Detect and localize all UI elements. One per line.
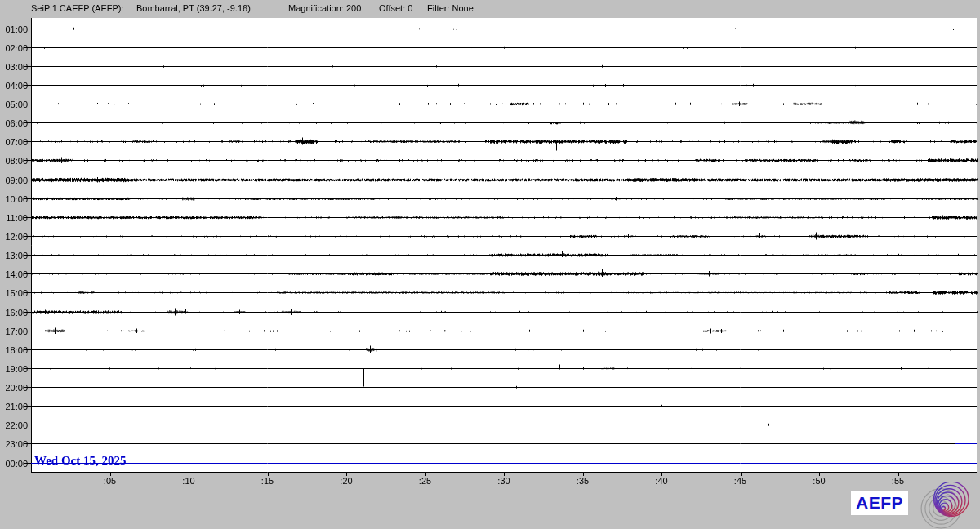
minute-label: :40 (655, 476, 667, 486)
hour-label: 13:00 (0, 251, 28, 260)
hour-label: 00:00 (0, 459, 28, 469)
offset-readout: Offset: 0 (379, 3, 412, 13)
minute-label: :10 (182, 476, 194, 486)
helicorder-window: SeiPi1 CAEFP (AEFP): Bombarral, PT (39.2… (0, 0, 980, 529)
minute-label: :30 (497, 476, 510, 486)
aefp-logo-label: AEFP (856, 493, 903, 513)
date-label: Wed Oct 15, 2025 (34, 454, 127, 467)
hour-label: 07:00 (0, 137, 28, 147)
hour-label: 18:00 (0, 345, 28, 355)
seismogram-plot-area[interactable] (0, 0, 980, 529)
hour-label: 19:00 (0, 364, 28, 374)
filter-readout: Filter: None (427, 3, 474, 13)
hour-label: 22:00 (0, 420, 28, 430)
hour-label: 04:00 (0, 81, 28, 91)
minute-label: :35 (577, 476, 589, 486)
hour-label: 01:00 (0, 24, 28, 34)
hour-label: 06:00 (0, 118, 28, 128)
hour-label: 12:00 (0, 232, 28, 242)
hour-label: 23:00 (0, 439, 28, 449)
hour-label: 10:00 (0, 194, 28, 204)
hour-label: 03:00 (0, 62, 28, 72)
hour-label: 21:00 (0, 402, 28, 411)
minute-label: :15 (261, 476, 274, 486)
minute-label: :05 (104, 476, 116, 486)
hour-label: 17:00 (0, 327, 28, 336)
minute-label: :20 (340, 476, 352, 486)
hour-label: 08:00 (0, 156, 28, 166)
hour-label: 02:00 (0, 43, 28, 53)
minute-label: :55 (892, 476, 904, 486)
hour-label: 16:00 (0, 308, 28, 318)
hour-label: 14:00 (0, 269, 28, 279)
hour-label: 05:00 (0, 100, 28, 109)
minute-label: :25 (419, 476, 431, 486)
spiral-colored-rings (934, 482, 969, 517)
hour-label: 09:00 (0, 176, 28, 185)
minute-label: :45 (734, 476, 746, 486)
aefp-spiral-logo-icon (918, 482, 975, 529)
aefp-logo-text: AEFP (851, 491, 908, 515)
minute-label: :50 (813, 476, 825, 486)
station-id-label: SeiPi1 CAEFP (AEFP): (31, 3, 124, 13)
hour-label: 15:00 (0, 288, 28, 298)
hour-label: 20:00 (0, 383, 28, 393)
hour-label: 11:00 (0, 213, 28, 223)
magnification-readout: Magnification: 200 (288, 3, 361, 13)
station-location-label: Bombarral, PT (39.27, -9.16) (136, 3, 251, 13)
